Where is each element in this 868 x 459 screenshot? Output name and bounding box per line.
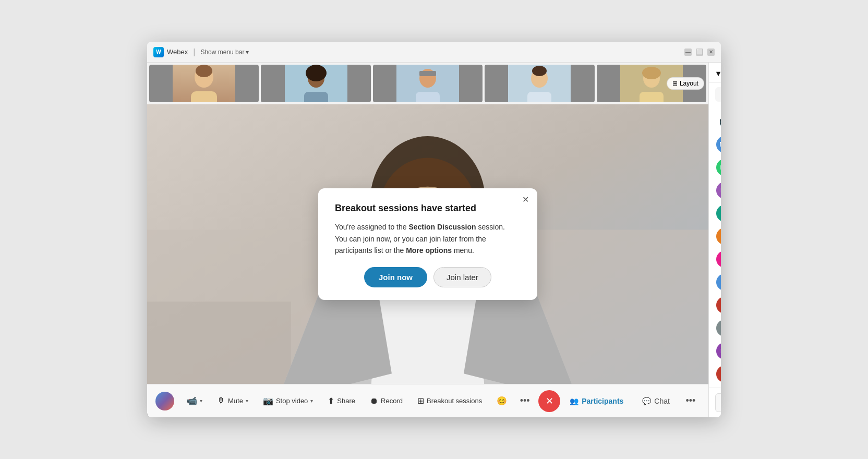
participants-tab-button[interactable]: 👥 Participants xyxy=(562,393,631,409)
chevron-down-icon: ▾ xyxy=(200,398,202,404)
participant-item[interactable]: BS Brenda Song 📷 xyxy=(709,294,721,317)
stop-video-button[interactable]: 📷 Stop video ▾ xyxy=(257,392,319,410)
participants-list: 📺 SHN7-17-APR5 📷 🎙 MG Marcus Grey Cohost xyxy=(709,106,721,388)
dialog-body-end: menu. xyxy=(452,246,474,255)
window-controls: — ⬜ ✕ xyxy=(684,49,715,56)
chevron-down-icon: ▾ xyxy=(310,398,313,404)
thumbnail-person-4 xyxy=(485,65,594,102)
breakout-label: Breakout sessions xyxy=(427,397,482,405)
title-divider: | xyxy=(193,47,195,57)
participant-item[interactable]: EW Elizabeth Wu xyxy=(709,156,721,179)
avatar: BS xyxy=(716,297,721,313)
svg-point-19 xyxy=(642,67,661,79)
panel-header: ▾ Participants ⤢ ✕ xyxy=(709,63,721,83)
dialog-overlay: ✕ Breakout sessions have started You're … xyxy=(147,104,708,384)
thumbnail-person-2 xyxy=(261,65,370,102)
panel-footer: Mute All Unmute All ••• xyxy=(709,388,721,417)
more-options-button[interactable]: ••• xyxy=(515,392,534,410)
thumbnail-4[interactable] xyxy=(485,65,594,102)
stop-video-label: Stop video xyxy=(276,397,308,405)
participant-item[interactable]: CS Catherine Sinu Host, presenter 📷 xyxy=(709,202,721,225)
video-effects-icon: 📹 xyxy=(187,396,197,406)
svg-rect-11 xyxy=(419,71,436,76)
close-button[interactable]: ✕ xyxy=(707,49,715,56)
emoji-icon: 😊 xyxy=(497,396,507,406)
toolbar: 📹 ▾ 🎙 Mute ▾ 📷 Stop video ▾ ⬆ Share xyxy=(147,384,708,417)
participant-item[interactable]: MB Marc Brown 📷 xyxy=(709,340,721,363)
avatar: BS xyxy=(716,366,721,382)
layout-button[interactable]: ⊞ Layout xyxy=(667,77,704,90)
join-now-button[interactable]: Join now xyxy=(364,267,427,287)
search-box: 🔍 ≡ xyxy=(715,87,721,102)
dialog-body: You're assigned to the Section Discussio… xyxy=(335,221,521,256)
dialog-close-button[interactable]: ✕ xyxy=(522,196,529,204)
main-content: ⊞ Layout xyxy=(147,63,721,417)
session-item: 📺 SHN7-17-APR5 📷 🎙 xyxy=(709,108,721,133)
layout-icon: ⊞ xyxy=(672,80,678,87)
dialog-actions: Join now Join later xyxy=(335,267,521,287)
maximize-button[interactable]: ⬜ xyxy=(696,49,703,56)
app-logo-area: W Webex xyxy=(153,47,188,57)
participant-item[interactable]: GE Giacomo Edwards 📷 xyxy=(709,271,721,294)
avatar: MG xyxy=(716,136,721,153)
session-icon: 📺 xyxy=(716,112,721,129)
chevron-down-icon: ▾ xyxy=(246,49,249,56)
participant-item[interactable]: SJ Simon Jones 📷 xyxy=(709,317,721,340)
svg-rect-12 xyxy=(416,92,440,102)
mute-label: Mute xyxy=(228,397,243,405)
dialog-more-options: More options xyxy=(406,246,452,255)
svg-rect-4 xyxy=(191,91,217,102)
app-title: Webex xyxy=(167,48,188,56)
svg-rect-8 xyxy=(304,92,328,102)
participant-item[interactable]: BG Barbara German 📷 xyxy=(709,225,721,248)
breakout-icon: ⊞ xyxy=(417,396,424,406)
svg-point-7 xyxy=(306,65,327,81)
chat-label: Chat xyxy=(654,397,670,405)
app-window: W Webex | Show menu bar ▾ — ⬜ ✕ xyxy=(147,42,721,417)
record-icon: ⏺ xyxy=(370,396,378,406)
dialog-body-start: You're assigned to the xyxy=(335,223,408,231)
participant-item[interactable]: BS Brenda Song 📷 xyxy=(709,363,721,385)
emoji-button[interactable]: 😊 xyxy=(490,392,513,410)
breakout-sessions-button[interactable]: ⊞ Breakout sessions xyxy=(411,392,488,410)
avatar: AC xyxy=(716,251,721,268)
user-avatar xyxy=(155,392,174,410)
title-bar: W Webex | Show menu bar ▾ — ⬜ ✕ xyxy=(147,42,721,63)
participant-item[interactable]: AC Alison Cassidy 📷 xyxy=(709,248,721,271)
share-icon: ⬆ xyxy=(328,396,334,406)
thumbnail-2[interactable] xyxy=(261,65,370,102)
toolbar-right-more-button[interactable]: ••• xyxy=(681,392,700,410)
webex-logo-icon: W xyxy=(153,47,164,57)
thumbnail-1[interactable] xyxy=(149,65,259,102)
dialog-session-name: Section Discussion xyxy=(408,223,476,231)
thumbnail-person-1 xyxy=(149,65,259,102)
share-button[interactable]: ⬆ Share xyxy=(321,392,361,410)
svg-rect-16 xyxy=(527,92,551,102)
end-call-button[interactable]: ✕ xyxy=(538,390,560,412)
mute-all-button[interactable]: Mute All xyxy=(715,393,721,412)
avatar: MR xyxy=(716,182,721,199)
chevron-down-icon: ▾ xyxy=(246,398,248,404)
avatar: BG xyxy=(716,228,721,245)
avatar: MB xyxy=(716,343,721,359)
participant-item[interactable]: MG Marcus Grey Cohost xyxy=(709,133,721,156)
svg-point-3 xyxy=(196,65,212,77)
chevron-down-icon: ▾ xyxy=(716,69,720,78)
share-label: Share xyxy=(337,397,355,405)
minimize-button[interactable]: — xyxy=(684,49,692,56)
participants-icon: 👥 xyxy=(570,397,578,405)
toolbar-right: 👥 Participants 💬 Chat ••• xyxy=(562,392,700,410)
thumbnail-strip: ⊞ Layout xyxy=(147,63,708,104)
chat-tab-button[interactable]: 💬 Chat xyxy=(635,393,677,409)
video-effects-button[interactable]: 📹 ▾ xyxy=(180,392,209,410)
chat-icon: 💬 xyxy=(642,397,651,405)
participant-item[interactable]: MR Maria Rossi xyxy=(709,179,721,202)
video-area: ⊞ Layout xyxy=(147,63,708,417)
thumbnail-3[interactable] xyxy=(373,65,483,102)
mute-button[interactable]: 🎙 Mute ▾ xyxy=(211,392,255,410)
avatar: GE xyxy=(716,274,721,291)
record-button[interactable]: ⏺ Record xyxy=(364,392,409,410)
show-menu-bar-button[interactable]: Show menu bar ▾ xyxy=(200,49,249,56)
camera-icon: 📷 xyxy=(263,396,273,406)
join-later-button[interactable]: Join later xyxy=(433,267,491,287)
